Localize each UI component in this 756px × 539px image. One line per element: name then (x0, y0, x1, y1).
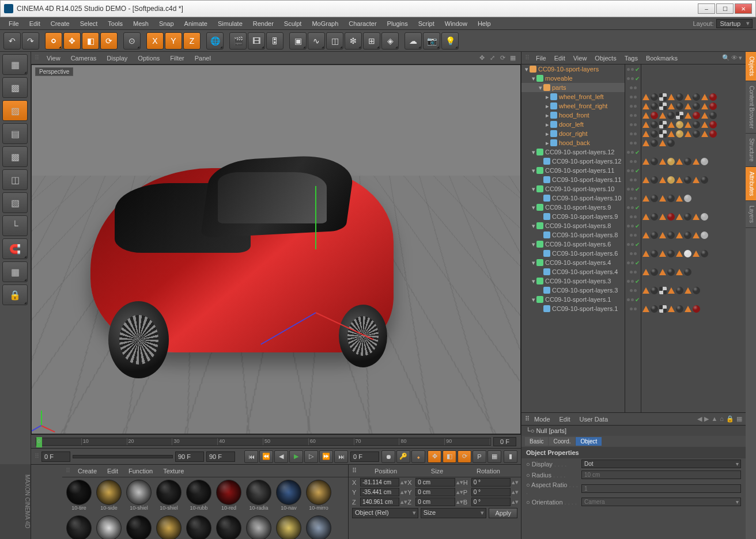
tag-icon[interactable] (667, 250, 675, 257)
axis-mode-button[interactable]: └ (2, 215, 28, 236)
tag-icon[interactable] (667, 213, 675, 221)
tag-icon[interactable] (668, 122, 675, 128)
visibility-toggle[interactable]: ✔ (625, 276, 641, 286)
mat-menu-create[interactable]: Create (73, 468, 102, 475)
tag-icon[interactable] (701, 122, 708, 128)
visibility-toggle[interactable] (625, 304, 641, 313)
tag-icon[interactable] (693, 287, 700, 294)
tag-icon[interactable] (651, 231, 658, 239)
tag-icon[interactable] (701, 176, 708, 184)
visibility-toggle[interactable] (625, 193, 641, 203)
visibility-toggle[interactable]: ✔ (625, 184, 641, 193)
disclosure-icon[interactable]: ▸ (545, 93, 550, 101)
om-search-icon[interactable]: 🔍 (722, 54, 730, 62)
side-tab-attributes[interactable]: Attributes (746, 167, 756, 201)
tag-icon[interactable] (676, 158, 683, 165)
visibility-toggle[interactable] (625, 286, 641, 295)
animation-layout-button[interactable]: ▮ (504, 450, 517, 463)
tag-icon[interactable] (659, 214, 666, 220)
tag-icon[interactable] (651, 176, 658, 184)
menu-window[interactable]: Window (440, 17, 472, 30)
menu-create[interactable]: Create (46, 17, 75, 30)
vp-menu-view[interactable]: View (41, 55, 66, 62)
visibility-toggle[interactable]: ✔ (625, 74, 641, 83)
attr-menu-mode[interactable]: Mode (530, 416, 555, 423)
disclosure-icon[interactable]: ▸ (545, 103, 550, 110)
tag-icon[interactable] (667, 195, 675, 202)
side-tab-objects[interactable]: Objects (746, 52, 756, 81)
disclosure-icon[interactable]: ▾ (531, 149, 536, 156)
tag-row[interactable] (641, 193, 746, 203)
move-tool[interactable]: ✥ (63, 32, 81, 50)
tag-icon[interactable] (693, 121, 700, 128)
om-menu-objects[interactable]: Objects (591, 55, 620, 62)
tag-icon[interactable] (651, 112, 658, 119)
material-swatch[interactable] (274, 515, 303, 539)
add-light-button[interactable]: 💡 (441, 32, 459, 50)
vp-menu-panel[interactable]: Panel (190, 55, 216, 62)
render-pv-button[interactable]: 🎞 (248, 32, 265, 50)
tag-row[interactable] (641, 258, 746, 267)
tag-icon[interactable] (668, 287, 675, 294)
range-end2-field[interactable]: 90 F (206, 451, 235, 462)
attr-tab-basic[interactable]: Basic (525, 437, 548, 446)
material-swatch[interactable] (244, 515, 273, 539)
tag-row[interactable] (641, 138, 746, 147)
om-view-icon[interactable]: 👁 (731, 54, 738, 62)
tag-icon[interactable] (693, 250, 700, 257)
tag-icon[interactable] (701, 112, 708, 119)
tag-row[interactable] (641, 267, 746, 276)
tag-icon[interactable] (684, 231, 691, 239)
tag-icon[interactable] (642, 195, 649, 202)
tag-icon[interactable] (651, 305, 658, 313)
next-key-button[interactable]: ⏩ (319, 450, 333, 463)
disclosure-icon[interactable]: ▾ (531, 185, 536, 193)
tag-icon[interactable] (668, 131, 675, 137)
tree-node[interactable]: CC09-10-sport-layers.1 (521, 304, 625, 313)
object-tags-column[interactable] (641, 64, 746, 412)
tag-icon[interactable] (685, 287, 691, 294)
tree-node[interactable]: ▾CC09-10-sport-layers.1 (521, 295, 625, 304)
disclosure-icon[interactable]: ▸ (545, 130, 550, 138)
tag-icon[interactable] (651, 268, 658, 276)
tag-icon[interactable] (693, 93, 700, 101)
visibility-toggle[interactable]: ✔ (625, 240, 641, 249)
disclosure-icon[interactable]: ▾ (531, 167, 536, 174)
tag-icon[interactable] (667, 139, 675, 147)
material-swatch[interactable]: 10-side (94, 480, 123, 514)
size-field[interactable]: 0 cm (415, 478, 455, 487)
vp-menu-options[interactable]: Options (133, 55, 165, 62)
material-swatch[interactable]: 10-tire (65, 480, 93, 514)
autokey-button[interactable]: 🔑 (396, 450, 410, 463)
tag-icon[interactable] (693, 112, 700, 119)
tag-icon[interactable] (676, 269, 683, 275)
visibility-toggle[interactable] (625, 120, 641, 129)
vp-menu-display[interactable]: Display (101, 55, 133, 62)
tag-icon[interactable] (701, 250, 708, 257)
tag-icon[interactable] (685, 103, 691, 109)
tag-icon[interactable] (676, 287, 683, 294)
tag-icon[interactable] (709, 130, 717, 138)
timeline[interactable]: 0102030405060708090 0 F (31, 434, 521, 448)
tree-node[interactable]: ▾CC09-10-sport-layers.9 (521, 203, 625, 212)
tag-row[interactable] (641, 286, 746, 295)
attr-menu-icon[interactable]: ▦ (736, 415, 742, 423)
tag-icon[interactable] (659, 121, 667, 128)
tag-icon[interactable] (651, 195, 658, 202)
mat-menu-texture[interactable]: Texture (158, 468, 189, 475)
tag-icon[interactable] (709, 112, 717, 119)
keyframe-sel-button[interactable]: ⬥ (411, 450, 425, 463)
disclosure-icon[interactable]: ▾ (538, 84, 543, 92)
om-menu-edit[interactable]: Edit (550, 55, 569, 62)
tag-row[interactable] (641, 249, 746, 258)
recent-tool[interactable]: ⊙ (123, 32, 141, 50)
tag-icon[interactable] (642, 250, 649, 257)
add-primitive-button[interactable]: ▣ (289, 32, 307, 50)
tag-icon[interactable] (651, 121, 658, 128)
tag-icon[interactable] (667, 112, 675, 119)
tag-icon[interactable] (668, 306, 675, 312)
material-swatch[interactable]: 10-shiel (154, 480, 183, 514)
tag-icon[interactable] (676, 112, 683, 119)
tag-icon[interactable] (701, 94, 708, 100)
tag-icon[interactable] (667, 176, 675, 184)
